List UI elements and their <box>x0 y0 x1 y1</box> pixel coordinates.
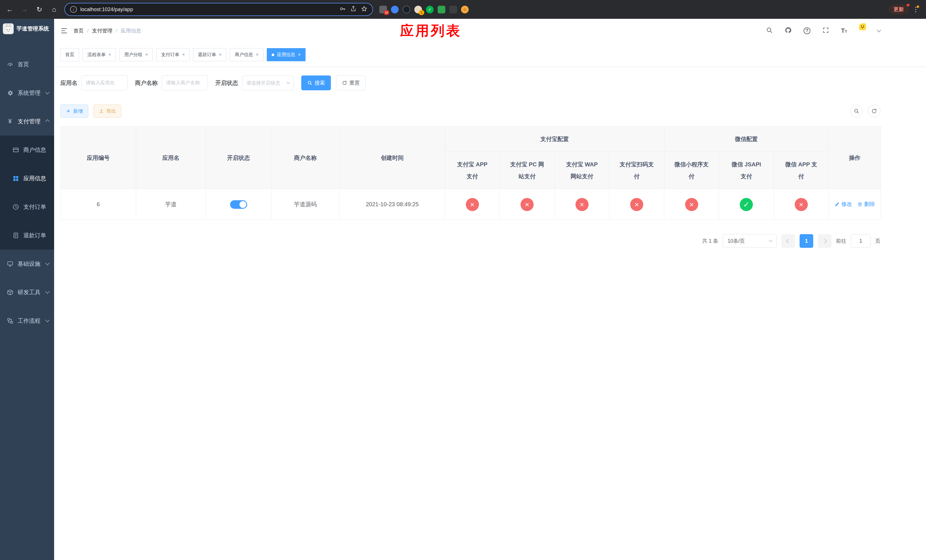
user-menu[interactable] <box>859 23 881 38</box>
refresh-table-button[interactable] <box>868 105 881 117</box>
extension-avatar-icon[interactable]: 1 <box>414 6 422 14</box>
active-tab-dot <box>272 53 274 56</box>
sidebar-item-payment[interactable]: ¥ 支付管理 <box>0 107 54 136</box>
close-tab-icon[interactable]: × <box>145 52 148 57</box>
workflow-icon <box>6 318 14 324</box>
column-header-alipay-wap: 支付宝 WAP 网站支付 <box>555 151 609 189</box>
chevron-down-icon <box>286 80 290 84</box>
browser-reload-icon[interactable]: ↻ <box>33 5 45 14</box>
reset-button[interactable]: 重置 <box>336 76 366 90</box>
address-bar[interactable]: i localhost:1024/pay/app <box>64 3 373 16</box>
github-icon[interactable] <box>785 27 791 35</box>
sidebar-item-system[interactable]: 系统管理 <box>0 79 54 107</box>
column-header-status: 开启状态 <box>206 127 271 189</box>
sidebar: 芋道管理系统 首页 系统管理 ¥ 支付管理 <box>0 19 54 560</box>
tab-merchant-info[interactable]: 商户信息 × <box>230 48 263 61</box>
main-area: 首页 / 支付管理 / 应用信息 应用列表 ? TT <box>54 19 926 560</box>
app-status-toggle[interactable] <box>230 200 247 209</box>
browser-forward-icon[interactable]: → <box>19 5 30 14</box>
document-icon <box>12 232 20 239</box>
share-icon[interactable] <box>350 6 357 13</box>
help-icon[interactable]: ? <box>803 27 810 34</box>
password-key-icon[interactable] <box>339 6 346 13</box>
site-info-icon[interactable]: i <box>70 6 77 13</box>
chevron-down-icon <box>769 238 773 242</box>
extension-icon[interactable] <box>449 6 457 14</box>
browser-home-icon[interactable]: ⌂ <box>48 5 60 14</box>
add-button[interactable]: 新增 <box>61 104 88 118</box>
alipay-pc-status-icon: × <box>520 198 534 211</box>
merchant-name-input[interactable] <box>162 76 208 90</box>
browser-back-icon[interactable]: ← <box>4 5 15 14</box>
alipay-app-status-icon: × <box>466 198 479 211</box>
sidebar-item-app-info[interactable]: 应用信息 <box>0 164 54 192</box>
bookmark-star-icon[interactable] <box>361 6 367 13</box>
chevron-left-icon <box>786 239 790 243</box>
goto-page-input[interactable] <box>851 234 871 248</box>
edit-link[interactable]: 修改 <box>835 201 852 208</box>
column-header-created-at: 创建时间 <box>340 127 445 189</box>
user-avatar[interactable] <box>859 23 874 38</box>
extension-icon[interactable] <box>391 6 399 14</box>
search-icon[interactable] <box>766 27 773 35</box>
tab-payment-orders[interactable]: 支付订单 × <box>156 48 190 61</box>
sidebar-item-refund-orders[interactable]: 退款订单 <box>0 221 54 250</box>
page-size-select[interactable]: 10条/页 <box>723 234 777 248</box>
close-tab-icon[interactable]: × <box>256 52 258 57</box>
browser-chrome: ← → ↻ ⌂ i localhost:1024/pay/app 10 1 ✓ <box>0 0 926 19</box>
sidebar-collapse-icon[interactable] <box>61 27 68 35</box>
column-header-wechat-app: 微信 APP 支付 <box>774 151 829 189</box>
show-search-toggle-button[interactable] <box>850 105 863 117</box>
pagination: 共 1 条 10条/页 1 前往 页 <box>61 234 881 248</box>
delete-link[interactable]: 删除 <box>857 201 875 208</box>
browser-menu-icon[interactable]: ⋮ <box>912 5 918 14</box>
sidebar-item-payment-orders[interactable]: 支付订单 <box>0 192 54 221</box>
tab-process-form[interactable]: 流程表单 × <box>83 48 116 61</box>
logo-avatar <box>3 23 14 34</box>
close-tab-icon[interactable]: × <box>298 52 301 57</box>
extension-badge: 10 <box>384 10 389 15</box>
font-size-icon[interactable]: TT <box>841 27 847 35</box>
close-tab-icon[interactable]: × <box>219 52 221 57</box>
breadcrumb-home[interactable]: 首页 <box>73 27 84 34</box>
fullscreen-icon[interactable] <box>822 27 829 35</box>
sidebar-item-workflow[interactable]: 工作流程 <box>0 306 54 335</box>
chevron-down-icon <box>45 289 50 294</box>
alipay-qr-status-icon: × <box>630 198 643 211</box>
url-text: localhost:1024/pay/app <box>80 6 336 12</box>
card-icon <box>12 147 20 153</box>
page-number-1[interactable]: 1 <box>800 234 813 248</box>
prev-page-button[interactable] <box>781 234 795 248</box>
column-header-app-name: 应用名 <box>136 127 206 189</box>
sidebar-item-home[interactable]: 首页 <box>0 50 54 79</box>
close-tab-icon[interactable]: × <box>182 52 185 57</box>
tab-home[interactable]: 首页 <box>61 48 79 61</box>
extension-icon[interactable] <box>402 6 410 14</box>
status-select[interactable]: 请选择开启状态 <box>242 76 294 90</box>
sidebar-item-infrastructure[interactable]: 基础设施 <box>0 250 54 278</box>
extension-icon[interactable]: ☺ <box>461 6 469 14</box>
breadcrumb-payment[interactable]: 支付管理 <box>92 27 112 34</box>
tab-refund-orders[interactable]: 退款订单 × <box>193 48 226 61</box>
extension-icon[interactable]: ✓ <box>426 6 434 14</box>
next-page-button[interactable] <box>818 234 831 248</box>
cell-created-at: 2021-10-23 08:49:25 <box>340 189 445 220</box>
sidebar-item-dev-tools[interactable]: 研发工具 <box>0 278 54 306</box>
extensions-puzzle-icon[interactable]: 10 <box>379 6 387 14</box>
export-button[interactable]: 导出 <box>94 104 121 118</box>
tab-user-group[interactable]: 用户分组 × <box>119 48 153 61</box>
page-content: 应用名 商户名称 开启状态 请选择开启状态 搜索 重置 <box>54 67 926 248</box>
sidebar-item-merchant-info[interactable]: 商户信息 <box>0 136 54 164</box>
search-button[interactable]: 搜索 <box>301 76 331 90</box>
cell-merchant: 芋道源码 <box>271 189 340 220</box>
extension-icon[interactable] <box>438 6 445 14</box>
download-icon <box>99 109 104 114</box>
app-name-input[interactable] <box>82 76 127 90</box>
browser-update-button[interactable]: 更新 <box>888 4 909 15</box>
column-group-alipay: 支付宝配置 <box>445 127 664 151</box>
close-tab-icon[interactable]: × <box>109 52 111 57</box>
column-header-merchant: 商户名称 <box>271 127 340 189</box>
app-logo[interactable]: 芋道管理系统 <box>0 19 54 39</box>
tab-app-info[interactable]: 应用信息 × <box>267 48 306 61</box>
cell-status <box>206 189 271 220</box>
